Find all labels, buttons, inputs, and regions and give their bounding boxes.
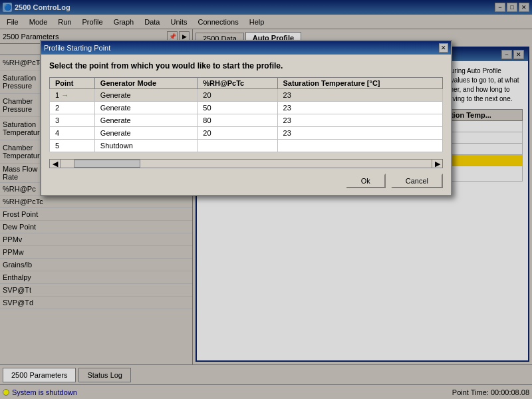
- dialog-scrollbar[interactable]: ◀ ▶: [49, 159, 443, 168]
- dialog-title-bar: Profile Starting Point ✕: [41, 41, 451, 55]
- dialog-close-button[interactable]: ✕: [439, 43, 448, 53]
- ok-button[interactable]: Ok: [346, 174, 386, 188]
- dialog-row-4[interactable]: 4 Generate 20 23: [50, 127, 443, 140]
- dialog-row-3[interactable]: 3 Generate 80 23: [50, 114, 443, 127]
- scrollbar-track: [61, 160, 432, 168]
- dialog-col-point: Point: [50, 78, 95, 89]
- scroll-left-button[interactable]: ◀: [50, 160, 61, 168]
- dialog-instruction: Select the point from which you would li…: [49, 61, 443, 70]
- dialog-row-5[interactable]: 5 Shutdown: [50, 140, 443, 152]
- dialog-col-mode: Generator Mode: [94, 78, 197, 89]
- selection-arrow: →: [61, 91, 68, 99]
- dialog-col-rh: %RH@PcTc: [198, 78, 277, 89]
- dialog-buttons: Ok Cancel: [49, 174, 443, 188]
- dialog-row-1[interactable]: 1 → Generate 20 23: [50, 89, 443, 102]
- scrollbar-thumb[interactable]: [74, 160, 140, 168]
- dialog-table: Point Generator Mode %RH@PcTc Saturation…: [49, 77, 443, 152]
- scroll-right-button[interactable]: ▶: [432, 160, 442, 168]
- dialog-body: Select the point from which you would li…: [41, 55, 451, 195]
- profile-starting-point-dialog: Profile Starting Point ✕ Select the poin…: [40, 40, 452, 196]
- cancel-button[interactable]: Cancel: [391, 174, 443, 188]
- dialog-row-2[interactable]: 2 Generate 50 23: [50, 102, 443, 114]
- dialog-col-sat: Saturation Temperature [°C]: [277, 78, 442, 89]
- dialog-title: Profile Starting Point: [44, 44, 110, 52]
